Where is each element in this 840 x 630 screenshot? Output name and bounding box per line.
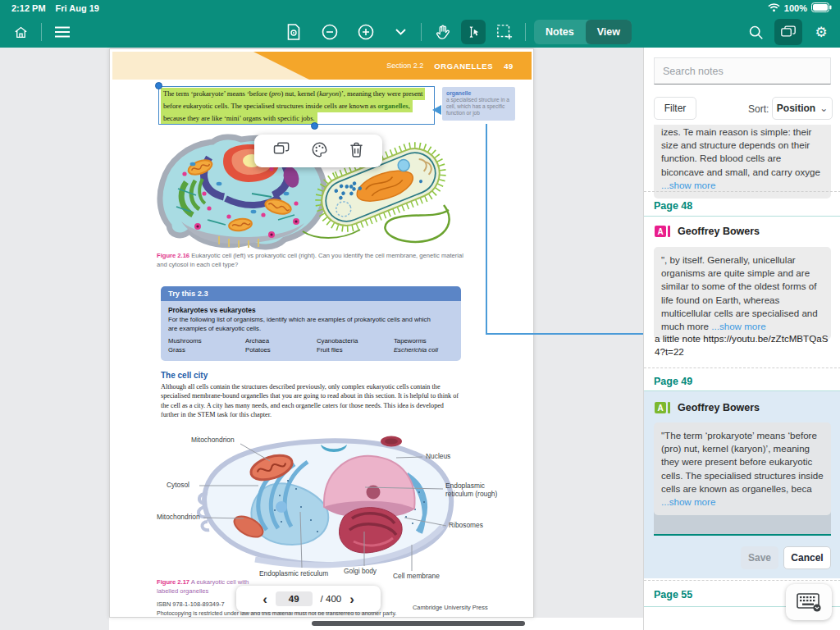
home-button[interactable] — [8, 20, 33, 44]
gear-icon: ⚙ — [815, 25, 827, 39]
zoom-in-button[interactable] — [354, 20, 378, 44]
page-55-header: Page 55 — [654, 589, 692, 600]
divider — [644, 216, 840, 217]
view-tab[interactable]: View — [586, 20, 632, 44]
label-golgi-body: Golgi body — [344, 568, 377, 576]
menu-button[interactable] — [50, 20, 75, 44]
highlight-color-button[interactable] — [312, 142, 327, 161]
organism-table: MushroomsArchaeaCyanobacteriaTapeworms G… — [168, 336, 454, 354]
label-cell-membrane: Cell membrane — [393, 573, 440, 581]
try-this-intro: For the following list of organisms, ide… — [168, 316, 439, 333]
app-toolbar: Notes View ⚙ — [0, 16, 840, 48]
search-icon — [748, 25, 764, 40]
battery-icon — [811, 2, 832, 14]
keyboard-icon — [797, 592, 821, 612]
divider — [644, 580, 840, 581]
trash-icon — [349, 142, 363, 158]
previous-page-button[interactable]: ‹ — [262, 592, 267, 606]
annotations-icon — [780, 25, 797, 39]
zoom-out-button[interactable] — [317, 20, 342, 44]
figure-2-17-artwork: Mitochondrion Nucleus Cytosol Endoplasmi… — [157, 431, 514, 583]
note-connector-horizontal — [486, 333, 644, 335]
status-bar: 2:12 PM Fri Aug 19 100% — [0, 0, 840, 16]
cell-city-paragraph: Although all cells contain the structure… — [161, 382, 461, 420]
try-this-title: Prokaryotes vs eukaryotes — [168, 306, 454, 314]
page-navigation: ‹ 49 / 400 › — [236, 586, 381, 612]
cell-city-heading: The cell city — [161, 371, 208, 380]
area-select-tool-button[interactable] — [492, 20, 517, 44]
text-select-tool-icon — [465, 24, 482, 40]
toolbar-divider — [525, 23, 526, 41]
margin-definition-note: organelle a specialised structure in a c… — [442, 87, 515, 121]
settings-button[interactable]: ⚙ — [809, 20, 833, 44]
try-this-box: Try this 2.3 Prokaryotes vs eukaryotes F… — [161, 286, 461, 361]
notes-sidebar: izes. Te main reason is simple: their si… — [643, 48, 840, 630]
hamburger-icon — [55, 26, 70, 38]
note-card-page-49[interactable]: "The term ‘prokaryote’ means ‘before (pr… — [654, 422, 831, 515]
label-nucleus: Nucleus — [426, 453, 450, 461]
show-more-link[interactable]: ...show more — [711, 321, 765, 331]
show-more-link[interactable]: ...show more — [661, 180, 715, 190]
page-48-header: Page 48 — [654, 200, 692, 212]
filter-button[interactable]: Filter — [654, 97, 696, 120]
notes-tab[interactable]: Notes — [534, 20, 586, 44]
keyboard-dismiss-button[interactable] — [786, 584, 832, 620]
note-connector-vertical — [486, 124, 487, 334]
battery-percent: 100% — [784, 3, 807, 13]
save-button[interactable]: Save — [741, 546, 778, 569]
label-ribosomes: Ribosomes — [449, 522, 483, 530]
text-annotation-icon-green: A — [655, 402, 670, 413]
labelled-eukaryotic-cell — [199, 436, 451, 572]
current-page-input[interactable]: 49 — [276, 591, 313, 606]
show-more-link[interactable]: ...show more — [661, 496, 715, 507]
home-icon — [13, 25, 29, 40]
annotations-panel-button[interactable] — [774, 19, 802, 45]
sort-dropdown[interactable]: Position⌄ — [772, 97, 833, 120]
total-pages-label: / 400 — [321, 594, 342, 604]
next-page-button[interactable]: › — [349, 592, 354, 606]
page-49-header: Page 49 — [654, 376, 692, 387]
chevron-down-icon: ⌄ — [819, 103, 828, 114]
highlighted-paragraph[interactable]: The term ‘prokaryote’ means ‘before (pro… — [161, 88, 425, 124]
label-er-bottom: Endoplasmic reticulum — [259, 570, 328, 578]
zoom-menu-button[interactable] — [388, 20, 413, 44]
flagellum — [385, 205, 449, 242]
sort-label: Sort: — [748, 103, 769, 115]
cancel-button[interactable]: Cancel — [783, 546, 831, 569]
add-comment-button[interactable] — [273, 142, 290, 160]
try-this-header: Try this 2.3 — [161, 286, 461, 301]
definition-term: organelle — [446, 90, 511, 96]
sidebar-search-panel: Filter Sort: Position⌄ — [644, 48, 840, 125]
toolbar-divider — [421, 23, 422, 41]
chevron-down-icon — [395, 29, 406, 35]
hand-tool-button[interactable] — [430, 20, 454, 44]
delete-annotation-button[interactable] — [349, 142, 363, 161]
margin-note-arrow — [432, 105, 441, 115]
label-mitochondrion-top: Mitochondrion — [191, 436, 235, 445]
search-notes-input[interactable] — [654, 57, 831, 84]
publisher-text: Cambridge University Press — [413, 604, 488, 611]
hand-tool-icon — [435, 24, 450, 40]
note-card-truncated[interactable]: izes. Te main reason is simple: their si… — [654, 119, 831, 199]
clock: 2:12 PM — [11, 3, 46, 13]
selection-handle-end[interactable] — [311, 122, 318, 130]
selection-popup-toolbar — [254, 135, 382, 167]
plain-note-page-48[interactable]: a little note https://youtu.be/zZtcMBTQa… — [655, 332, 832, 358]
text-select-tool-button[interactable] — [461, 20, 486, 44]
page-header-band: Section 2.2 ORGANELLES 49 — [112, 52, 532, 80]
divider — [644, 368, 840, 368]
page-settings-button[interactable] — [281, 20, 306, 44]
selection-handle-start[interactable] — [155, 82, 162, 89]
section-label: Section 2.2 — [386, 62, 423, 70]
zoom-in-icon — [358, 24, 374, 40]
home-indicator[interactable] — [312, 621, 525, 626]
author-name: Geoffrey Bowers — [678, 226, 760, 237]
note-card-page-48[interactable]: ", by itself. Generally, unicellular org… — [654, 247, 831, 340]
palette-icon — [312, 142, 327, 158]
text-annotation-icon-pink: A — [655, 226, 670, 237]
definition-text: a specialised structure in a cell, which… — [446, 97, 511, 117]
label-er-rough: Endoplasmic reticulum (rough) — [445, 482, 506, 498]
note-author-row: A Geoffrey Bowers — [655, 402, 760, 413]
search-button[interactable] — [743, 20, 768, 44]
section-title: ORGANELLES — [434, 62, 493, 71]
